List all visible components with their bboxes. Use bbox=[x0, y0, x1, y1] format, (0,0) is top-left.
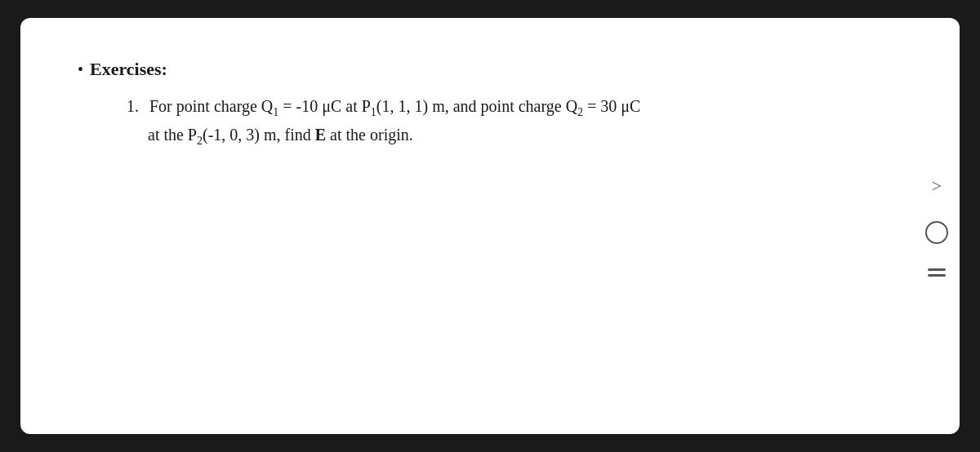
exercises-header: • Exercises: bbox=[78, 59, 911, 80]
bar-1 bbox=[928, 268, 946, 271]
exercises-title: Exercises: bbox=[90, 59, 167, 80]
exercise-continuation: at the P2(-1, 0, 3) m, find E at the ori… bbox=[127, 122, 911, 150]
exercise-line1: For point charge Q1 = -10 μC at P1(1, 1,… bbox=[149, 97, 640, 115]
right-navigation: > bbox=[925, 175, 948, 277]
bullet-point: • bbox=[78, 60, 83, 79]
q1-subscript: 1 bbox=[273, 106, 278, 118]
bold-e: E bbox=[315, 126, 326, 144]
bar-2 bbox=[928, 274, 946, 277]
exercise-list: 1. For point charge Q1 = -10 μC at P1(1,… bbox=[78, 93, 911, 151]
menu-bars-button[interactable] bbox=[928, 268, 946, 277]
p2-subscript: 2 bbox=[197, 135, 203, 147]
circle-nav-button[interactable] bbox=[925, 221, 948, 244]
chevron-right-icon[interactable]: > bbox=[932, 175, 942, 197]
exercise-number: 1. bbox=[127, 97, 139, 115]
content-area: • Exercises: 1. For point charge Q1 = -1… bbox=[61, 51, 919, 159]
p1-subscript: 1 bbox=[371, 106, 376, 118]
main-card: • Exercises: 1. For point charge Q1 = -1… bbox=[20, 18, 960, 434]
q2-subscript: 2 bbox=[577, 106, 583, 118]
exercise-item-1: 1. For point charge Q1 = -10 μC at P1(1,… bbox=[127, 93, 911, 122]
